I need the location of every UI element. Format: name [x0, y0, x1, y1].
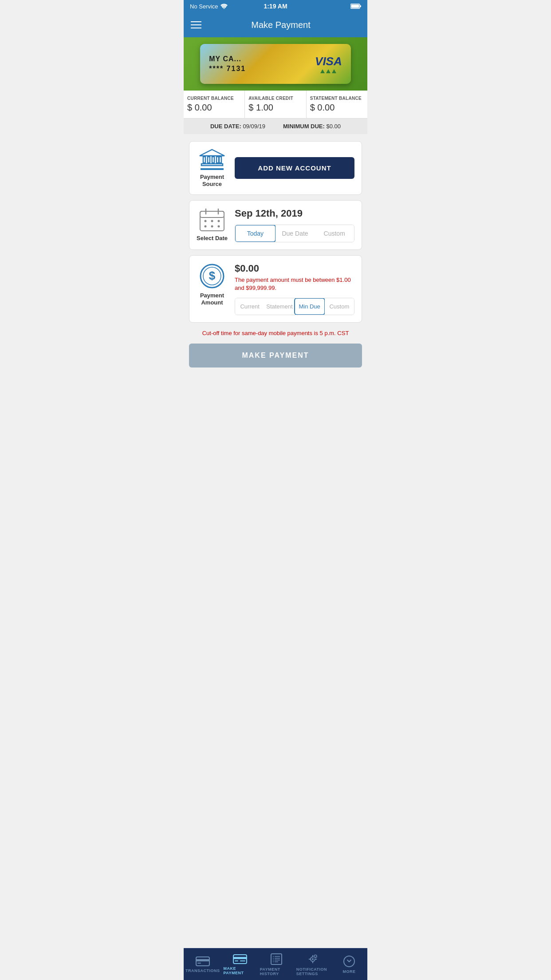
- calendar-icon: [199, 208, 225, 232]
- date-option-custom[interactable]: Custom: [315, 225, 354, 242]
- svg-rect-13: [200, 211, 224, 217]
- available-credit-label: AVAILABLE CREDIT: [248, 96, 302, 101]
- payment-amount-value: $0.00: [235, 263, 354, 274]
- available-credit-amount: $ 1.00: [248, 103, 302, 113]
- battery-icon: [350, 4, 361, 9]
- svg-point-20: [211, 225, 213, 228]
- svg-rect-7: [203, 157, 205, 163]
- svg-rect-9: [212, 157, 214, 163]
- current-balance-amount: $ 0.00: [187, 103, 241, 113]
- svg-point-16: [205, 220, 207, 222]
- amount-error-message: The payment amount must be between $1.00…: [235, 276, 354, 292]
- amount-option-min-due[interactable]: Min Due: [294, 298, 325, 315]
- select-date-section: Select Date Sep 12th, 2019 Today Due Dat…: [189, 200, 362, 250]
- svg-rect-5: [201, 164, 223, 166]
- date-icon-label: Select Date: [197, 208, 228, 242]
- svg-marker-4: [200, 150, 224, 156]
- add-new-account-button[interactable]: ADD NEW ACCOUNT: [235, 157, 354, 179]
- main-content: PaymentSource ADD NEW ACCOUNT Select D: [184, 134, 367, 407]
- svg-point-17: [211, 220, 213, 222]
- amount-option-custom[interactable]: Custom: [325, 298, 354, 315]
- payment-source-content: ADD NEW ACCOUNT: [235, 157, 354, 179]
- card-banner: MY CA... **** 7131 VISA: [184, 37, 367, 91]
- hamburger-menu[interactable]: [191, 21, 201, 28]
- header: Make Payment: [184, 12, 367, 37]
- carrier-label: No Service: [190, 3, 218, 10]
- amount-content: $0.00 The payment amount must be between…: [235, 263, 354, 315]
- svg-rect-10: [216, 157, 219, 163]
- select-date-label: Select Date: [197, 235, 228, 242]
- card-network: VISA: [315, 55, 342, 73]
- payment-source-icon-label: PaymentSource: [197, 149, 228, 187]
- svg-point-0: [223, 8, 224, 9]
- date-option-today[interactable]: Today: [235, 225, 276, 242]
- amount-option-statement[interactable]: Statement: [264, 298, 294, 315]
- statement-balance: STATEMENT BALANCE $ 0.00: [307, 91, 367, 118]
- current-balance: CURRENT BALANCE $ 0.00: [184, 91, 245, 118]
- card-number: **** 7131: [209, 65, 246, 73]
- svg-rect-11: [219, 157, 221, 163]
- amount-option-current[interactable]: Current: [235, 298, 264, 315]
- svg-rect-3: [351, 5, 359, 8]
- dollar-icon: $: [199, 263, 225, 289]
- amount-options: Current Statement Min Due Custom: [235, 298, 354, 315]
- svg-rect-8: [208, 157, 210, 163]
- cutoff-message: Cut-off time for same-day mobile payment…: [189, 328, 362, 338]
- statement-balance-label: STATEMENT BALANCE: [310, 96, 364, 101]
- card-image: MY CA... **** 7131 VISA: [200, 44, 350, 84]
- selected-date: Sep 12th, 2019: [235, 208, 354, 219]
- payment-amount-label: PaymentAmount: [200, 292, 224, 306]
- minimum-due-info: MINIMUM DUE: $0.00: [283, 123, 341, 130]
- svg-text:$: $: [209, 269, 216, 282]
- date-options: Today Due Date Custom: [235, 225, 354, 242]
- current-balance-label: CURRENT BALANCE: [187, 96, 241, 101]
- payment-source-section: PaymentSource ADD NEW ACCOUNT: [189, 141, 362, 195]
- status-bar: No Service 1:19 AM: [184, 0, 367, 12]
- date-content: Sep 12th, 2019 Today Due Date Custom: [235, 208, 354, 242]
- svg-point-19: [205, 225, 207, 228]
- wifi-icon: [220, 4, 228, 9]
- available-credit: AVAILABLE CREDIT $ 1.00: [245, 91, 306, 118]
- balance-row: CURRENT BALANCE $ 0.00 AVAILABLE CREDIT …: [184, 91, 367, 119]
- svg-rect-6: [201, 168, 224, 170]
- status-time: 1:19 AM: [264, 3, 287, 10]
- payment-amount-section: $ PaymentAmount $0.00 The payment amount…: [189, 255, 362, 322]
- bank-icon: [199, 149, 225, 171]
- svg-point-18: [218, 220, 220, 222]
- amount-icon-label: $ PaymentAmount: [197, 263, 228, 306]
- statement-balance-amount: $ 0.00: [310, 103, 364, 113]
- payment-source-label: PaymentSource: [200, 174, 224, 187]
- svg-rect-2: [360, 5, 362, 7]
- visa-triangles: [320, 69, 336, 73]
- due-info-row: DUE DATE: 09/09/19 MINIMUM DUE: $0.00: [184, 119, 367, 134]
- status-right: [350, 4, 361, 9]
- make-payment-button[interactable]: MAKE PAYMENT: [189, 344, 362, 368]
- status-left: No Service: [190, 3, 228, 10]
- svg-point-21: [218, 225, 220, 228]
- date-option-due-date[interactable]: Due Date: [276, 225, 315, 242]
- due-date-info: DUE DATE: 09/09/19: [210, 123, 265, 130]
- card-name: MY CA...: [209, 55, 246, 63]
- page-title: Make Payment: [201, 20, 360, 30]
